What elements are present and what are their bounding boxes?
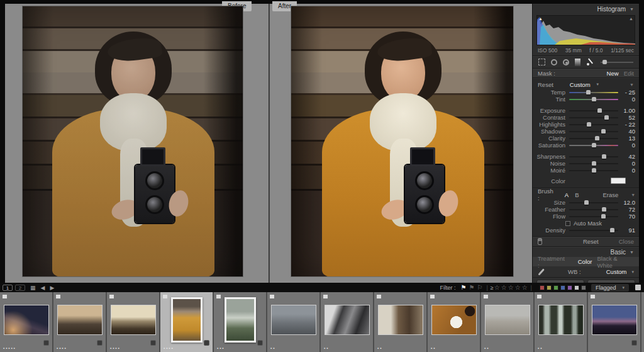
filmstrip-cell-misty-hill[interactable]: ▪▪▪ [214,292,267,352]
filmstrip-cell-beach-shore[interactable]: ▪▪ [481,292,535,352]
flag-rejected-icon[interactable]: ⚐ [477,284,483,291]
tool-strip-slider[interactable] [601,62,633,63]
thumbnail-staircase[interactable] [325,305,370,335]
histogram-canvas[interactable]: ▲ ▲ [536,15,635,45]
thumbnail-bicycle-deck[interactable] [271,305,316,335]
color-label-chip-0[interactable] [540,285,545,290]
histogram-header[interactable]: Histogram ▼ [533,4,639,14]
rating-ge-toggle[interactable]: ≥ [491,285,494,291]
filmstrip-cell-woman-camera[interactable]: ▪▪▪▪ [160,292,214,352]
chevron-down-icon[interactable]: ▼ [630,82,634,87]
slider-thumb[interactable] [592,143,596,147]
wb-preset-select[interactable]: Custom [606,268,627,275]
star-icon[interactable]: ☆ [494,284,500,291]
flag-badge-icon[interactable] [270,295,274,298]
flag-badge-icon[interactable] [377,295,381,298]
flag-badge-icon[interactable] [484,295,488,298]
color-swatch[interactable] [611,178,626,184]
slider-thumb[interactable] [601,214,606,219]
thumbnail-night-city[interactable] [4,305,49,335]
filmstrip-cell-partial-edge[interactable] [641,292,644,352]
color-label-chip-3[interactable] [560,285,565,290]
filmstrip-cell-cafe-couple[interactable]: ▪▪ [374,292,428,352]
after-photo[interactable] [291,6,513,276]
wb-eyedropper-icon[interactable] [538,268,545,276]
thumbnail-cafe-couple[interactable] [378,305,423,335]
edit-badge-icon[interactable] [631,340,637,346]
flag-badge-icon[interactable] [323,295,328,298]
slider-track[interactable] [569,156,618,157]
slider-thumb[interactable] [597,108,602,113]
brush-erase-button[interactable]: Erase [603,191,619,198]
flag-badge-icon[interactable] [109,295,114,298]
filter-switch-icon[interactable] [635,285,641,290]
crop-tool-icon[interactable] [538,59,545,65]
popup-arrows-icon[interactable]: ▾ [631,270,634,275]
slider-thumb[interactable] [602,154,606,159]
slider-thumb[interactable] [592,168,596,173]
flag-badge-icon[interactable] [3,295,7,298]
slider-track[interactable] [569,138,618,139]
mask-edit-button[interactable]: Edit [624,70,634,77]
slider-thumb[interactable] [592,161,596,166]
graduated-filter-tool-icon[interactable] [575,59,580,66]
slider-track[interactable] [569,209,618,210]
filmstrip-cell-city-skyline[interactable] [588,292,641,352]
flag-picked-icon[interactable]: ⚑ [461,284,467,291]
slider-track[interactable] [569,170,618,171]
star-icon[interactable]: ☆ [501,284,507,291]
adjustment-brush-tool-icon[interactable] [586,58,595,66]
flag-badge-icon[interactable] [537,295,541,298]
slider-thumb[interactable] [592,97,596,101]
slider-thumb[interactable] [610,228,614,232]
thumbnail-beach-shore[interactable] [485,305,530,335]
tool-strip-slider-thumb[interactable] [602,60,607,64]
slider-track[interactable] [569,202,618,203]
thumbnail-sunrise-road[interactable] [57,305,103,335]
slider-track[interactable] [569,92,618,93]
color-label-chip-6[interactable] [581,285,586,290]
slider-thumb[interactable] [601,129,606,133]
flag-badge-icon[interactable] [56,295,60,298]
filmstrip-cell-bicycle-deck[interactable]: ▪▪ [267,292,321,352]
monitor-2-button[interactable]: 2 [15,285,25,291]
shadow-clip-icon[interactable]: ▲ [538,16,543,21]
flag-unflagged-icon[interactable]: ⚑ [469,284,475,291]
color-label-chip-5[interactable] [574,285,579,290]
slider-track[interactable] [569,145,618,146]
filmstrip-cell-bread-coffee[interactable]: ▪▪ [428,292,481,352]
auto-mask-checkbox[interactable] [565,221,570,226]
brush-b-button[interactable]: B [575,191,579,198]
thumbnail-bread-coffee[interactable] [431,305,477,335]
previous-photo-arrow-icon[interactable]: ◀ [41,285,45,291]
brush-a-button[interactable]: A [565,191,569,198]
next-photo-arrow-icon[interactable]: ▶ [50,285,54,291]
slider-track[interactable] [569,124,618,125]
panel-close-button[interactable]: Close [619,238,634,245]
color-label-chip-4[interactable] [567,285,572,290]
edit-badge-icon[interactable] [43,340,49,346]
panel-switch-icon[interactable] [538,238,542,245]
slider-track[interactable] [569,163,618,164]
filmstrip-cell-night-city[interactable]: ▪▪▪▪▪ [0,292,53,352]
popup-arrows-icon[interactable]: ▾ [597,82,599,87]
chevron-down-icon[interactable]: ▼ [630,7,634,11]
before-photo[interactable] [23,6,243,276]
flag-badge-icon[interactable] [163,295,167,298]
monitor-1-button[interactable]: 1 [3,285,13,291]
slider-track[interactable] [569,131,618,132]
color-label-chip-2[interactable] [553,285,558,290]
star-icon[interactable]: ☆ [508,284,514,291]
thumbnail-forest-trees[interactable] [538,305,584,335]
highlight-clip-icon[interactable]: ▲ [629,16,633,21]
grid-view-icon[interactable]: ▦ [30,285,36,291]
filter-preset-select[interactable]: Flagged ▾ [591,284,629,292]
star-icon[interactable]: ☆ [522,284,528,291]
mask-new-button[interactable]: New [607,70,619,77]
filmstrip-cell-forest-trees[interactable]: ▪▪ [535,292,588,352]
treatment-bw-button[interactable]: Black & White [597,255,634,269]
slider-track[interactable] [569,110,618,111]
spot-removal-tool-icon[interactable] [551,59,557,65]
treatment-color-button[interactable]: Color [578,258,592,265]
filmstrip-cell-staircase[interactable]: ▪▪ [321,292,374,352]
